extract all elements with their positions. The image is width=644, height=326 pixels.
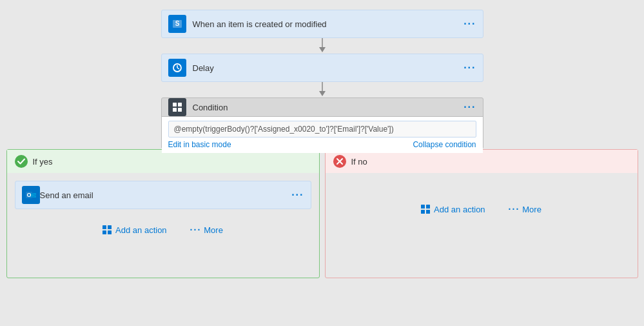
yes-more-dots: ··· — [190, 225, 202, 235]
branch-yes-icon — [15, 155, 28, 168]
condition-expression[interactable] — [168, 121, 476, 138]
trigger-step[interactable]: S When an item is created or modified ··… — [161, 10, 483, 38]
canvas: S When an item is created or modified ··… — [0, 0, 644, 326]
svg-rect-22 — [108, 230, 112, 234]
svg-rect-27 — [421, 210, 425, 214]
arrow-2 — [161, 82, 483, 97]
delay-step[interactable]: Delay ··· — [161, 54, 483, 82]
delay-more[interactable]: ··· — [463, 62, 476, 74]
branch-yes-label: If yes — [33, 157, 53, 167]
svg-rect-28 — [426, 210, 430, 214]
branch-yes-content: O Send an email ··· — [7, 173, 319, 245]
branch-yes-actions: Add an action ··· More — [15, 222, 311, 238]
svg-rect-21 — [102, 230, 106, 234]
condition-header: Condition ··· — [162, 98, 483, 116]
svg-rect-19 — [102, 225, 106, 229]
no-more-button[interactable]: ··· More — [503, 201, 547, 217]
no-add-action-button[interactable]: Add an action — [416, 202, 491, 217]
trigger-more[interactable]: ··· — [463, 18, 476, 30]
yes-more-button[interactable]: ··· More — [185, 222, 228, 238]
svg-marker-8 — [319, 91, 326, 96]
flow-steps: S When an item is created or modified ··… — [10, 10, 634, 278]
svg-rect-12 — [178, 108, 182, 112]
no-add-action-label: Add an action — [434, 205, 485, 214]
trigger-icon: S — [168, 15, 186, 33]
delay-label: Delay — [193, 63, 464, 73]
yes-add-action-button[interactable]: Add an action — [97, 223, 172, 238]
svg-rect-9 — [173, 103, 177, 107]
condition-more[interactable]: ··· — [463, 101, 476, 113]
branch-yes-header: If yes — [7, 150, 319, 173]
condition-step[interactable]: Condition ··· Edit in basic mode Collaps… — [161, 97, 483, 149]
branch-no-content: Add an action ··· More — [326, 173, 638, 243]
condition-label: Condition — [193, 103, 464, 112]
condition-links: Edit in basic mode Collapse condition — [168, 140, 476, 149]
send-email-label: Send an email — [40, 190, 292, 200]
condition-wrapper: Condition ··· Edit in basic mode Collaps… — [161, 97, 483, 149]
branches: If yes O — [3, 149, 641, 278]
outlook-icon: O — [22, 186, 40, 204]
branch-no-actions: Add an action ··· More — [333, 201, 630, 217]
yes-more-label: More — [204, 225, 223, 235]
send-email-more[interactable]: ··· — [291, 189, 304, 201]
svg-rect-20 — [108, 225, 112, 229]
condition-icon — [168, 98, 186, 116]
collapse-condition-link[interactable]: Collapse condition — [413, 140, 476, 149]
branch-no-header: If no — [326, 150, 638, 173]
branch-no: If no Add an action — [325, 149, 638, 278]
no-add-action-icon — [421, 205, 430, 214]
svg-rect-26 — [426, 205, 430, 209]
no-more-dots: ··· — [509, 204, 520, 214]
add-action-icon — [102, 225, 112, 234]
svg-text:S: S — [175, 20, 179, 27]
svg-rect-25 — [421, 205, 425, 209]
svg-text:O: O — [26, 192, 31, 198]
branch-no-label: If no — [351, 157, 367, 167]
arrow-1 — [161, 38, 483, 54]
svg-rect-11 — [173, 108, 177, 112]
svg-line-6 — [177, 68, 179, 69]
delay-icon — [168, 59, 186, 77]
svg-rect-16 — [31, 193, 36, 198]
yes-add-action-label: Add an action — [115, 225, 167, 235]
condition-body: Edit in basic mode Collapse condition — [162, 116, 483, 153]
no-more-label: More — [522, 205, 542, 214]
send-email-card[interactable]: O Send an email ··· — [15, 181, 311, 209]
svg-marker-3 — [319, 47, 326, 52]
branch-no-icon — [333, 155, 346, 168]
trigger-label: When an item is created or modified — [193, 19, 464, 29]
edit-basic-mode-link[interactable]: Edit in basic mode — [168, 140, 231, 149]
branch-yes: If yes O — [6, 149, 320, 278]
svg-rect-10 — [178, 103, 182, 107]
